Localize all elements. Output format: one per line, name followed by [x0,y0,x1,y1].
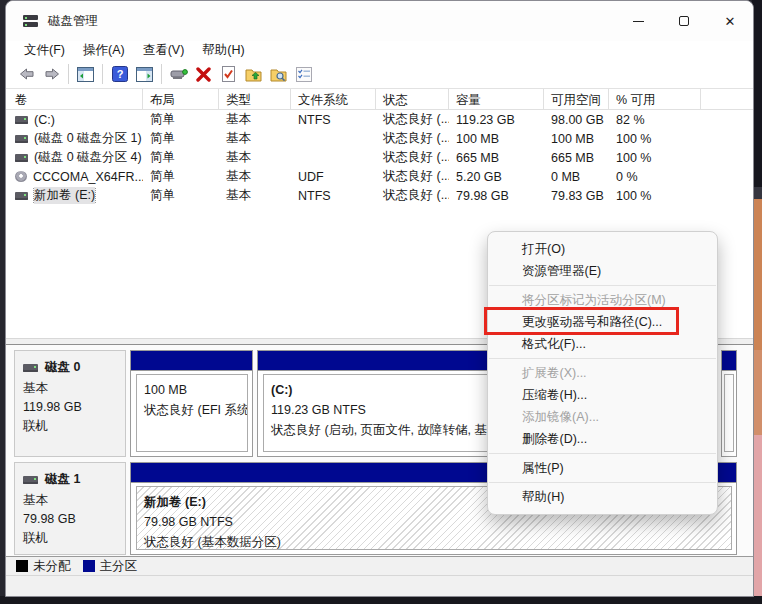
show-action-pane-button[interactable] [132,62,157,86]
checklist-icon [296,67,312,82]
properties-button[interactable] [291,62,316,86]
free-space-cell: 100 MB [544,132,609,146]
folder-search-icon [270,67,288,82]
free-space-cell: 665 MB [544,151,609,165]
legend-bar: 未分配 主分区 [6,556,753,575]
open-volume-button[interactable] [241,62,266,86]
capacity-cell: 665 MB [449,151,544,165]
type-cell: 基本 [219,111,291,128]
column-header-type[interactable]: 类型 [219,89,291,109]
column-header-volume[interactable]: 卷 [6,89,143,109]
column-header-free-space[interactable]: 可用空间 [544,89,609,109]
legend-primary-partition: 主分区 [83,558,138,575]
monitor-tool-icon [170,67,188,81]
help-button[interactable]: ? [107,62,132,86]
free-space-cell: 0 MB [544,170,609,184]
volume-name: (磁盘 0 磁盘分区 1) [34,130,142,147]
disk-size: 119.98 GB [23,398,125,417]
disk-volume-icon [15,116,28,124]
disk-management-app-icon [23,14,39,28]
menu-item-shrink-volume[interactable]: 压缩卷(H)... [488,384,717,406]
delete-volume-button[interactable] [191,62,216,86]
menu-action[interactable]: 操作(A) [74,41,134,60]
volume-row-cdrom[interactable]: CCCOMA_X64FR... 简单 基本 UDF 状态良好 (... 5.20… [6,167,753,186]
menu-item-delete-volume[interactable]: 删除卷(D)... [488,428,717,450]
menu-item-change-drive-letter[interactable]: 更改驱动器号和路径(C)... [488,311,717,333]
type-cell: 基本 [219,149,291,166]
menu-item-open[interactable]: 打开(O) [488,238,717,260]
toolbar-separator [161,64,162,84]
disk-size: 79.98 GB [23,510,125,529]
column-header-layout[interactable]: 布局 [143,89,219,109]
volume-row-c[interactable]: (C:) 简单 基本 NTFS 状态良好 (... 119.23 GB 98.0… [6,110,753,129]
legend-label: 未分配 [33,558,71,575]
toolbar-separator [68,64,69,84]
disk-1-info-panel[interactable]: 磁盘 1 基本 79.98 GB 联机 [14,462,126,555]
type-cell: 基本 [219,168,291,185]
disk-name: 磁盘 0 [45,358,80,377]
disk-0-info-panel[interactable]: 磁盘 0 基本 119.98 GB 联机 [14,350,126,457]
drive-icon [23,364,38,372]
show-console-tree-button[interactable] [73,62,98,86]
disk-management-window: 磁盘管理 ✕ 文件(F) 操作(A) 查看(V) 帮助(H) ? [5,0,754,597]
volume-name: CCCOMA_X64FR... [33,170,143,184]
status-cell: 状态良好 (... [376,149,449,166]
forward-button[interactable] [39,62,64,86]
desktop-wallpaper-bottom [0,596,762,604]
menu-item-explorer[interactable]: 资源管理器(E) [488,260,717,282]
menu-separator [489,358,716,359]
filesystem-cell: NTFS [291,189,376,203]
close-icon: ✕ [725,15,736,28]
explore-volume-button[interactable] [266,62,291,86]
mark-partition-active-button[interactable] [216,62,241,86]
back-arrow-icon [19,66,35,82]
menu-view[interactable]: 查看(V) [134,41,194,60]
menu-item-format[interactable]: 格式化(F)... [488,333,717,355]
partition-size: 100 MB [144,380,247,400]
menu-item-properties[interactable]: 属性(P) [488,457,717,479]
menu-file[interactable]: 文件(F) [15,41,74,60]
unallocated-swatch [16,560,28,572]
volume-row-partition1[interactable]: (磁盘 0 磁盘分区 1) 简单 基本 状态良好 (... 100 MB 100… [6,129,753,148]
close-button[interactable]: ✕ [707,1,753,41]
column-header-pct-free[interactable]: % 可用 [609,89,701,109]
status-bar [6,575,753,596]
free-space-cell: 98.00 GB [544,113,609,127]
disk-status: 联机 [23,417,125,436]
free-space-cell: 79.83 GB [544,189,609,203]
disk-name: 磁盘 1 [45,470,80,489]
toolbar: ? [6,60,753,89]
action-pane-icon [136,67,153,82]
pct-free-cell: 82 % [609,113,701,127]
minimize-button[interactable] [615,1,661,41]
back-button[interactable] [14,62,39,86]
volume-context-menu: 打开(O) 资源管理器(E) 将分区标记为活动分区(M) 更改驱动器号和路径(C… [487,231,718,515]
volume-name-selected: 新加卷 (E:) [34,187,95,204]
column-header-blank [701,89,753,109]
partition-status: 状态良好 (EFI 系统分 [144,400,247,420]
column-header-status[interactable]: 状态 [376,89,449,109]
caption-buttons: ✕ [615,1,753,41]
menu-item-mark-active: 将分区标记为活动分区(M) [488,289,717,311]
menu-item-help[interactable]: 帮助(H) [488,486,717,508]
pct-free-cell: 0 % [609,170,701,184]
partition-recovery[interactable] [721,350,737,457]
column-header-filesystem[interactable]: 文件系统 [291,89,376,109]
rescan-disks-button[interactable] [166,62,191,86]
volume-name: (C:) [34,113,55,127]
partition-efi[interactable]: 100 MB 状态良好 (EFI 系统分 [130,350,253,457]
maximize-button[interactable] [661,1,707,41]
svg-text:?: ? [116,68,123,80]
status-cell: 状态良好 (... [376,187,449,204]
filesystem-cell: NTFS [291,113,376,127]
help-icon: ? [112,66,128,82]
primary-partition-swatch [83,560,95,572]
volume-row-partition4[interactable]: (磁盘 0 磁盘分区 4) 简单 基本 状态良好 (... 665 MB 665… [6,148,753,167]
status-cell: 状态良好 (... [376,130,449,147]
menu-help[interactable]: 帮助(H) [193,41,253,60]
disk-volume-icon [15,135,28,143]
column-header-capacity[interactable]: 容量 [449,89,544,109]
type-cell: 基本 [219,130,291,147]
volume-row-e-selected[interactable]: 新加卷 (E:) 简单 基本 NTFS 状态良好 (... 79.98 GB 7… [6,186,753,205]
status-cell: 状态良好 (... [376,111,449,128]
